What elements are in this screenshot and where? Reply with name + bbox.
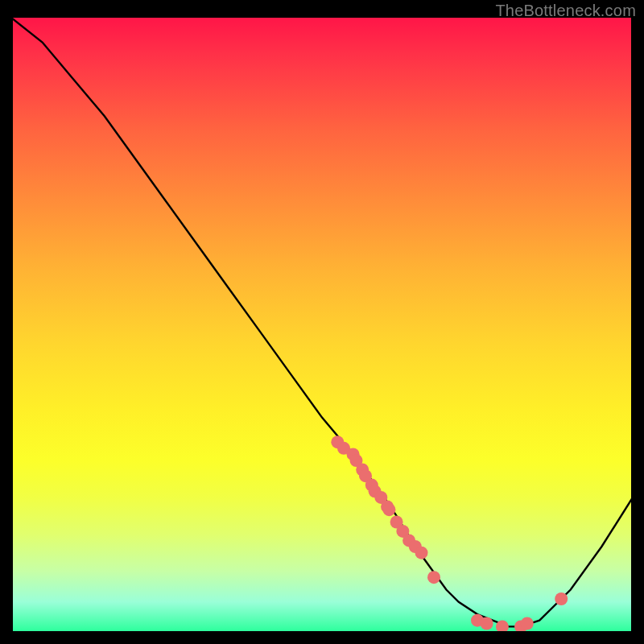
plot-background-gradient: [11, 18, 633, 633]
chart-container: TheBottleneck.com: [0, 0, 644, 644]
plot-area: [11, 18, 633, 633]
